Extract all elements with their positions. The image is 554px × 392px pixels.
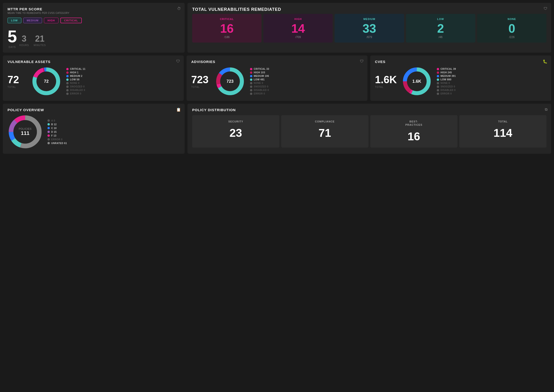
cve-disabled-dot xyxy=(437,89,439,91)
none-dot xyxy=(66,82,69,84)
advisories-legend: CRITICAL 33 HIGH 103 MEDIUM 106 LOW 481 xyxy=(250,68,269,95)
policy-legend-a: A 0 xyxy=(48,119,67,122)
cves-left: 1.6K TOTAL xyxy=(375,75,397,88)
adv-none-dot xyxy=(250,82,252,84)
policy-donut: POLICIES 111 xyxy=(7,114,43,149)
legend-disabled-text: DISABLED 0 xyxy=(70,89,85,91)
vuln-high-label: HIGH xyxy=(266,18,330,21)
adv-low-text: LOW 481 xyxy=(254,78,264,81)
cves-total-label: TOTAL xyxy=(375,86,383,88)
cve-high-dot xyxy=(437,71,439,74)
policy-legend-b: B 12 xyxy=(48,123,67,126)
dist-compliance: COMPLIANCE 71 xyxy=(281,115,368,147)
policy-d-text: D 15 xyxy=(51,131,57,133)
policy-unrated-dot xyxy=(48,142,50,144)
mttr-filters: LOW MEDIUM HIGH CRITICAL xyxy=(7,18,180,23)
mttr-days-block: 5 DAYS xyxy=(7,28,17,49)
legend-medium-text: MEDIUM 2 xyxy=(70,75,83,77)
cves-center-label: 1.6K xyxy=(412,79,421,84)
row-3: POLICY OVERVIEW 📋 xyxy=(3,104,551,154)
cve-none-text: NONE 0 xyxy=(441,82,450,84)
policy-error-text: ERROR 0 xyxy=(51,138,62,141)
policy-f-text: F 13 xyxy=(51,134,56,137)
adv-legend-high: HIGH 103 xyxy=(250,71,269,74)
assets-donut: 72 xyxy=(31,66,62,97)
legend-critical-text: CRITICAL 11 xyxy=(70,68,85,70)
vulnerable-assets-card: VULNERABLE ASSETS 🛡 72 TOTAL xyxy=(3,56,184,101)
filter-medium[interactable]: MEDIUM xyxy=(23,18,42,23)
policy-b-text: B 12 xyxy=(51,123,57,126)
policy-center-num: 111 xyxy=(19,130,32,136)
assets-title: VULNERABLE ASSETS xyxy=(7,60,179,64)
adv-critical-text: CRITICAL 33 xyxy=(254,68,269,70)
mttr-values: 5 DAYS 3 HOURS 21 MINUTES xyxy=(7,28,180,49)
filter-low[interactable]: LOW xyxy=(7,18,21,23)
assets-legend: CRITICAL 11 HIGH 1 MEDIUM 2 LOW 58 xyxy=(66,68,85,95)
shield-vuln-icon: 🛡 xyxy=(544,7,547,11)
policy-center: POLICIES 111 xyxy=(19,127,32,136)
cve-none-dot xyxy=(437,82,439,84)
vuln-medium-total: /679 xyxy=(337,35,402,39)
policy-f-dot xyxy=(48,134,50,137)
policy-overview-title: POLICY OVERVIEW xyxy=(7,108,180,112)
policy-legend-unrated: UNRATED 61 xyxy=(48,142,67,145)
vuln-low-label: LOW xyxy=(408,18,473,21)
policy-legend-d: D 15 xyxy=(48,131,67,133)
cve-legend-none: NONE 0 xyxy=(437,82,456,84)
adv-medium-dot xyxy=(250,75,252,77)
adv-low-dot xyxy=(250,78,252,81)
vuln-high-count: 14 xyxy=(266,22,330,35)
policy-dist-icon: ⧉ xyxy=(545,107,547,112)
policy-a-text: A 0 xyxy=(51,119,55,122)
mttr-minutes-label: MINUTES xyxy=(34,44,46,47)
adv-high-dot xyxy=(250,71,252,74)
mttr-hours-label: HOURS xyxy=(19,44,29,47)
cve-legend-low: LOW 880 xyxy=(437,78,456,81)
cves-title: CVES xyxy=(375,60,547,64)
vuln-none-cell: NONE 0 /226 xyxy=(477,14,547,42)
adv-snoozed-dot xyxy=(250,85,252,88)
advisories-left: 723 TOTAL xyxy=(191,75,210,88)
filter-high[interactable]: HIGH xyxy=(44,18,58,23)
legend-high-text: HIGH 1 xyxy=(70,71,78,74)
assets-left: 72 TOTAL xyxy=(7,75,26,88)
vuln-high-total: /709 xyxy=(266,35,330,39)
cves-card: CVES 🐛 1.6K TOTAL xyxy=(370,56,551,101)
policy-error-dot xyxy=(48,138,50,140)
mttr-hours-unit: 3 HOURS xyxy=(19,35,29,47)
cve-legend-disabled: DISABLED 0 xyxy=(437,89,456,91)
assets-total-label: TOTAL xyxy=(7,86,16,88)
policy-unrated-text: UNRATED 61 xyxy=(51,142,67,145)
adv-disabled-dot xyxy=(250,89,252,91)
adv-legend-snoozed: SNOOZED 0 xyxy=(250,85,269,88)
cves-icon: 🐛 xyxy=(543,59,547,64)
cves-content: 1.6K TOTAL 1.6K xyxy=(375,66,547,97)
cve-error-text: ERROR 0 xyxy=(441,92,452,95)
advisories-icon: 🛡 xyxy=(360,59,364,63)
policy-legend-c: C 10 xyxy=(48,127,67,129)
filter-critical[interactable]: CRITICAL xyxy=(60,18,82,23)
mttr-minutes-value: 21 xyxy=(34,35,46,43)
dist-security: SECURITY 23 xyxy=(192,115,279,147)
error-dot xyxy=(66,93,69,95)
vuln-medium-label: MEDIUM xyxy=(337,18,402,21)
adv-legend-low: LOW 481 xyxy=(250,78,269,81)
dist-security-label: SECURITY xyxy=(194,120,277,123)
advisories-total-num: 723 xyxy=(191,75,208,85)
vuln-none-label: NONE xyxy=(479,18,544,21)
cves-donut: 1.6K xyxy=(402,66,432,97)
policy-center-label: POLICIES xyxy=(19,127,32,130)
policy-clipboard-icon: 📋 xyxy=(176,107,181,112)
vuln-high-cell: HIGH 14 /709 xyxy=(263,14,333,42)
dashboard: MTTR PER SCORE MEAN TIME TO REMEDIATE PE… xyxy=(3,3,551,154)
legend-none: NONE 0 xyxy=(66,82,85,84)
cve-low-text: LOW 880 xyxy=(441,78,451,81)
cve-legend-critical: CRITICAL 39 xyxy=(437,68,456,70)
policy-a-dot xyxy=(48,119,50,122)
adv-legend-medium: MEDIUM 106 xyxy=(250,75,269,77)
cve-error-dot xyxy=(437,93,439,95)
legend-snoozed-text: SNOOZED 0 xyxy=(70,85,85,88)
assets-content: 72 TOTAL xyxy=(7,66,179,97)
vuln-none-count: 0 xyxy=(479,22,544,35)
dist-total-label: TOTAL xyxy=(462,120,544,123)
